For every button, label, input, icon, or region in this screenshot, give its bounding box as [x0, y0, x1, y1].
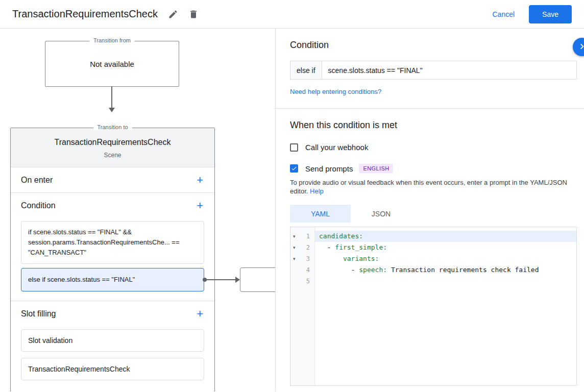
add-condition-button[interactable]: +: [196, 201, 204, 210]
fold-toggle-icon[interactable]: ▾: [293, 256, 296, 261]
condition-item-else-if[interactable]: else if scene.slots.status == "FINAL": [21, 268, 204, 291]
slot-filling-section: Slot filling + Slot validation Transacti…: [11, 301, 214, 380]
fold-toggle-icon[interactable]: ▾: [293, 245, 296, 250]
scene-name: TransactionRequirementsCheck: [16, 137, 209, 148]
condition-connector-line: [206, 279, 236, 280]
transition-target-node[interactable]: [240, 267, 276, 292]
tab-json[interactable]: JSON: [351, 205, 411, 223]
check-icon: [291, 165, 297, 172]
save-button[interactable]: Save: [529, 5, 572, 23]
code-token-plain: -: [319, 243, 335, 251]
send-prompts-label: Send prompts: [305, 164, 353, 173]
code-token-key: candidates:: [319, 232, 363, 240]
transition-from-value: Not available: [45, 41, 179, 86]
editor-tabs: YAML JSON: [290, 205, 577, 223]
condition-help-row: Need help entering conditions?: [290, 87, 577, 96]
code-line[interactable]: candidates:: [315, 231, 576, 242]
condition-section-label: Condition: [21, 201, 56, 210]
arrow-down-icon: [109, 108, 115, 112]
fold-toggle-icon[interactable]: ▾: [293, 234, 296, 239]
condition-editor-section: Condition else if Need help entering con…: [276, 29, 584, 109]
line-number: 5: [306, 278, 310, 285]
code-token-plain: Transaction requirements check failed: [387, 266, 539, 274]
gutter-row: ▾2: [290, 242, 314, 253]
line-number: 4: [306, 266, 310, 274]
on-enter-section: On enter +: [11, 167, 214, 193]
pencil-icon: [168, 9, 178, 19]
condition-prefix: else if: [290, 61, 322, 80]
arrow-right-icon: [235, 277, 240, 283]
gutter-row: ▾1: [290, 231, 314, 242]
condition-input[interactable]: [322, 61, 577, 80]
chevron-right-icon: [576, 41, 584, 54]
language-badge: ENGLISH: [359, 164, 393, 173]
panel-title: Condition: [290, 40, 577, 51]
line-number: 2: [306, 244, 310, 251]
scene-card[interactable]: Transition to TransactionRequirementsChe…: [10, 128, 215, 391]
condition-section: Condition + if scene.slots.status == "FI…: [11, 193, 214, 301]
on-enter-label: On enter: [21, 176, 53, 185]
condition-detail-panel: Condition else if Need help entering con…: [276, 29, 584, 391]
slot-item-transaction-check[interactable]: TransactionRequirementsCheck: [21, 358, 204, 380]
help-link[interactable]: Help: [310, 187, 324, 195]
slot-item-validation[interactable]: Slot validation: [21, 329, 204, 352]
condition-item-if[interactable]: if scene.slots.status == "FINAL" && sess…: [21, 221, 204, 264]
send-prompts-checkbox-row[interactable]: Send prompts ENGLISH: [290, 164, 577, 173]
editor-code-area[interactable]: candidates: - first_simple: variants: - …: [315, 227, 576, 385]
line-number: 3: [306, 255, 310, 262]
add-on-enter-button[interactable]: +: [196, 175, 204, 185]
transition-from-node[interactable]: Transition from Not available: [45, 41, 179, 87]
condition-section-header: Condition +: [11, 193, 214, 218]
webhook-label: Call your webhook: [305, 143, 368, 152]
trash-icon: [188, 9, 199, 19]
code-line[interactable]: [315, 276, 576, 287]
code-line[interactable]: variants:: [315, 253, 576, 264]
conditions-help-link[interactable]: Need help entering conditions?: [290, 88, 381, 95]
code-token-key: variants:: [343, 255, 379, 262]
code-line[interactable]: - speech: Transaction requirements check…: [315, 264, 576, 276]
code-token-plain: [319, 255, 343, 262]
app-root: TransactionRequirementsCheck Cancel Save…: [0, 0, 584, 391]
tab-yaml[interactable]: YAML: [290, 205, 351, 223]
when-met-title: When this condition is met: [290, 120, 577, 131]
page-title: TransactionRequirementsCheck: [12, 8, 158, 20]
scene-type: Scene: [16, 152, 209, 159]
prompt-hint-text: To provide audio or visual feedback when…: [290, 179, 567, 195]
code-token-key: speech:: [359, 266, 387, 274]
gutter-row: 4: [290, 264, 314, 276]
send-prompts-checkbox[interactable]: [290, 164, 298, 173]
when-met-section: When this condition is met Call your web…: [276, 109, 584, 392]
scene-card-header: TransactionRequirementsCheck Scene: [11, 128, 214, 167]
top-bar: TransactionRequirementsCheck Cancel Save: [0, 0, 584, 29]
webhook-checkbox-row[interactable]: Call your webhook: [290, 143, 577, 152]
webhook-checkbox[interactable]: [290, 143, 298, 152]
delete-scene-button[interactable]: [185, 6, 202, 22]
main-area: Transition from Not available Transition…: [0, 29, 584, 391]
cancel-button[interactable]: Cancel: [489, 10, 518, 19]
edit-title-button[interactable]: [165, 6, 181, 22]
editor-gutter: ▾1▾2▾345: [290, 227, 315, 385]
gutter-row: 5: [290, 276, 314, 287]
condition-input-group: else if: [290, 61, 577, 80]
line-number: 1: [306, 233, 310, 240]
prompt-hint: To provide audio or visual feedback when…: [290, 178, 577, 195]
slot-filling-section-header: Slot filling +: [11, 301, 214, 326]
transition-to-label: Transition to: [93, 124, 132, 130]
slot-filling-label: Slot filling: [21, 309, 56, 318]
add-slot-button[interactable]: +: [196, 309, 204, 318]
code-line[interactable]: - first_simple:: [315, 242, 576, 253]
gutter-row: ▾3: [290, 253, 314, 264]
code-editor[interactable]: ▾1▾2▾345 candidates: - first_simple: var…: [290, 227, 577, 386]
transition-connector-line: [111, 87, 112, 108]
code-token-plain: -: [319, 266, 359, 274]
scene-graph-canvas: Transition from Not available Transition…: [0, 29, 276, 391]
transition-from-label: Transition from: [89, 37, 135, 43]
code-token-key: first_simple:: [335, 243, 387, 251]
